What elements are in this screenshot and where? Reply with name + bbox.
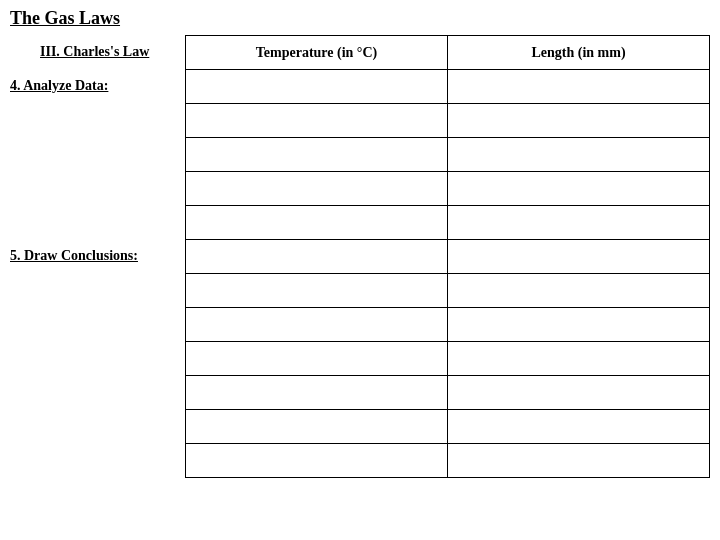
temperature-cell <box>186 410 448 444</box>
temperature-cell <box>186 206 448 240</box>
temperature-cell <box>186 104 448 138</box>
length-cell <box>448 206 710 240</box>
table-row <box>186 308 710 342</box>
col-header-temperature: Temperature (in °C) <box>186 36 448 70</box>
data-table-wrapper: Temperature (in °C) Length (in mm) <box>185 35 710 478</box>
spacer-2 <box>10 137 185 171</box>
temperature-cell <box>186 444 448 478</box>
length-cell <box>448 410 710 444</box>
table-row <box>186 206 710 240</box>
temperature-cell <box>186 376 448 410</box>
page-container: The Gas Laws III. Charles's Law 4. Analy… <box>0 0 720 540</box>
length-cell <box>448 172 710 206</box>
length-cell <box>448 274 710 308</box>
table-row <box>186 138 710 172</box>
length-cell <box>448 240 710 274</box>
table-row <box>186 410 710 444</box>
temperature-cell <box>186 240 448 274</box>
spacer-5 <box>10 273 185 307</box>
length-cell <box>448 104 710 138</box>
length-cell <box>448 138 710 172</box>
temperature-cell <box>186 70 448 104</box>
temperature-cell <box>186 342 448 376</box>
col-header-length: Length (in mm) <box>448 36 710 70</box>
spacer-9 <box>10 409 185 443</box>
table-row <box>186 376 710 410</box>
table-header-row: Temperature (in °C) Length (in mm) <box>186 36 710 70</box>
table-row <box>186 240 710 274</box>
table-row <box>186 342 710 376</box>
spacer-7 <box>10 341 185 375</box>
table-row <box>186 172 710 206</box>
data-table: Temperature (in °C) Length (in mm) <box>185 35 710 478</box>
temperature-cell <box>186 308 448 342</box>
length-cell <box>448 376 710 410</box>
page-title: The Gas Laws <box>10 8 710 29</box>
spacer-1 <box>10 103 185 137</box>
temperature-cell <box>186 172 448 206</box>
draw-conclusions-label: 5. Draw Conclusions: <box>10 239 185 273</box>
left-labels: III. Charles's Law 4. Analyze Data: 5. D… <box>10 35 185 443</box>
spacer-8 <box>10 375 185 409</box>
charles-law-label: III. Charles's Law <box>10 35 185 69</box>
length-cell <box>448 444 710 478</box>
table-row <box>186 444 710 478</box>
content-layout: III. Charles's Law 4. Analyze Data: 5. D… <box>10 35 710 478</box>
spacer-3 <box>10 171 185 205</box>
length-cell <box>448 342 710 376</box>
table-row <box>186 104 710 138</box>
spacer-6 <box>10 307 185 341</box>
temperature-cell <box>186 138 448 172</box>
length-cell <box>448 308 710 342</box>
table-row <box>186 70 710 104</box>
analyze-data-label: 4. Analyze Data: <box>10 69 185 103</box>
spacer-4 <box>10 205 185 239</box>
length-cell <box>448 70 710 104</box>
temperature-cell <box>186 274 448 308</box>
table-row <box>186 274 710 308</box>
